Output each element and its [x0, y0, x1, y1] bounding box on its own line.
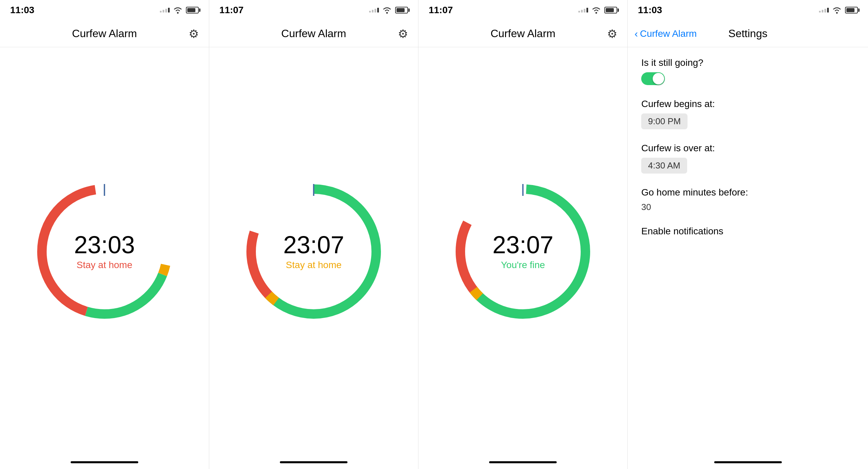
- home-indicator-2: [209, 455, 418, 469]
- battery-icon-4: [845, 7, 858, 14]
- wifi-icon-1: [173, 6, 183, 14]
- clock-inner-2: 23:07 Stay at home: [283, 233, 344, 270]
- enable-notifications-label: Enable notifications: [641, 226, 854, 237]
- home-indicator-4: [628, 455, 868, 469]
- clock-wrapper-3: 23:07 You're fine: [452, 181, 594, 322]
- home-bar-4: [714, 461, 782, 463]
- signal-icon-3: [578, 8, 588, 12]
- settings-content: Is it still going? Curfew begins at: 9:0…: [628, 47, 868, 455]
- status-bar-3: 11:07: [418, 0, 627, 20]
- clock-container-1: 23:03 Stay at home: [0, 47, 209, 455]
- clock-wrapper-2: 23:07 Stay at home: [243, 181, 385, 322]
- status-bar-1: 11:03: [0, 0, 209, 20]
- clock-time-3: 23:07: [492, 233, 553, 257]
- svg-point-0: [177, 12, 179, 14]
- screen-1: 11:03 Curfew Alarm ⚙: [0, 0, 209, 469]
- curfew-begins-label: Curfew begins at:: [641, 99, 854, 109]
- nav-title-4: Settings: [728, 27, 768, 40]
- screen-4-settings: 11:03 ‹ Curfew Alarm: [628, 0, 868, 469]
- svg-point-15: [836, 12, 838, 14]
- clock-container-2: 23:07 Stay at home: [209, 47, 418, 455]
- wifi-icon-4: [832, 6, 842, 14]
- curfew-begins-value[interactable]: 9:00 PM: [641, 113, 688, 129]
- clock-time-2: 23:07: [283, 233, 344, 257]
- clock-inner-3: 23:07 You're fine: [492, 233, 553, 270]
- still-going-toggle-container: [641, 72, 854, 85]
- home-bar-3: [489, 461, 557, 463]
- nav-title-3: Curfew Alarm: [490, 27, 555, 40]
- screen-2: 11:07 Curfew Alarm ⚙: [209, 0, 418, 469]
- battery-icon-1: [186, 7, 199, 14]
- home-bar-1: [71, 461, 138, 463]
- battery-icon-3: [604, 7, 617, 14]
- wifi-icon-2: [382, 6, 392, 14]
- settings-section-curfew-over: Curfew is over at: 4:30 AM: [641, 143, 854, 174]
- clock-time-1: 23:03: [74, 233, 135, 257]
- gear-button-3[interactable]: ⚙: [607, 27, 617, 41]
- settings-section-notifications: Enable notifications: [641, 226, 854, 237]
- wifi-icon-3: [592, 6, 601, 14]
- nav-bar-2: Curfew Alarm ⚙: [209, 20, 418, 47]
- home-bar-2: [280, 461, 347, 463]
- go-home-value: 30: [641, 202, 854, 212]
- signal-icon-1: [160, 8, 170, 12]
- go-home-label: Go home minutes before:: [641, 187, 854, 198]
- status-bar-2: 11:07: [209, 0, 418, 20]
- still-going-toggle[interactable]: [641, 72, 665, 85]
- clock-status-3: You're fine: [492, 260, 553, 270]
- back-label[interactable]: Curfew Alarm: [640, 28, 697, 39]
- curfew-over-label: Curfew is over at:: [641, 143, 854, 154]
- gear-button-1[interactable]: ⚙: [189, 27, 199, 41]
- chevron-left-icon: ‹: [634, 28, 638, 40]
- screens-container: 11:03 Curfew Alarm ⚙: [0, 0, 868, 469]
- status-icons-2: [369, 6, 408, 14]
- curfew-over-value[interactable]: 4:30 AM: [641, 158, 687, 174]
- status-bar-4: 11:03: [628, 0, 868, 20]
- screen-3: 11:07 Curfew Alarm ⚙: [418, 0, 628, 469]
- toggle-knob: [653, 73, 664, 84]
- status-icons-4: [819, 6, 858, 14]
- home-indicator-1: [0, 455, 209, 469]
- settings-section-curfew-begins: Curfew begins at: 9:00 PM: [641, 99, 854, 129]
- clock-container-3: 23:07 You're fine: [418, 47, 627, 455]
- status-time-2: 11:07: [219, 5, 244, 16]
- status-time-1: 11:03: [10, 5, 34, 16]
- nav-bar-3: Curfew Alarm ⚙: [418, 20, 627, 47]
- status-icons-1: [160, 6, 199, 14]
- back-button[interactable]: ‹ Curfew Alarm: [634, 28, 697, 40]
- settings-section-go-home: Go home minutes before: 30: [641, 187, 854, 212]
- home-indicator-3: [418, 455, 627, 469]
- clock-status-1: Stay at home: [74, 260, 135, 270]
- svg-point-5: [386, 12, 388, 14]
- signal-icon-2: [369, 8, 379, 12]
- still-going-label: Is it still going?: [641, 57, 854, 68]
- nav-title-2: Curfew Alarm: [281, 27, 346, 40]
- gear-button-2[interactable]: ⚙: [398, 27, 408, 41]
- battery-icon-2: [395, 7, 408, 14]
- status-time-4: 11:03: [638, 5, 662, 16]
- svg-point-10: [596, 12, 597, 14]
- nav-bar-1: Curfew Alarm ⚙: [0, 20, 209, 47]
- clock-status-2: Stay at home: [283, 260, 344, 270]
- status-icons-3: [578, 6, 617, 14]
- clock-wrapper-1: 23:03 Stay at home: [33, 181, 175, 322]
- signal-icon-4: [819, 8, 829, 12]
- clock-inner-1: 23:03 Stay at home: [74, 233, 135, 270]
- nav-title-1: Curfew Alarm: [72, 27, 137, 40]
- status-time-3: 11:07: [429, 5, 453, 16]
- settings-section-still-going: Is it still going?: [641, 57, 854, 85]
- nav-bar-4: ‹ Curfew Alarm Settings: [628, 20, 868, 47]
